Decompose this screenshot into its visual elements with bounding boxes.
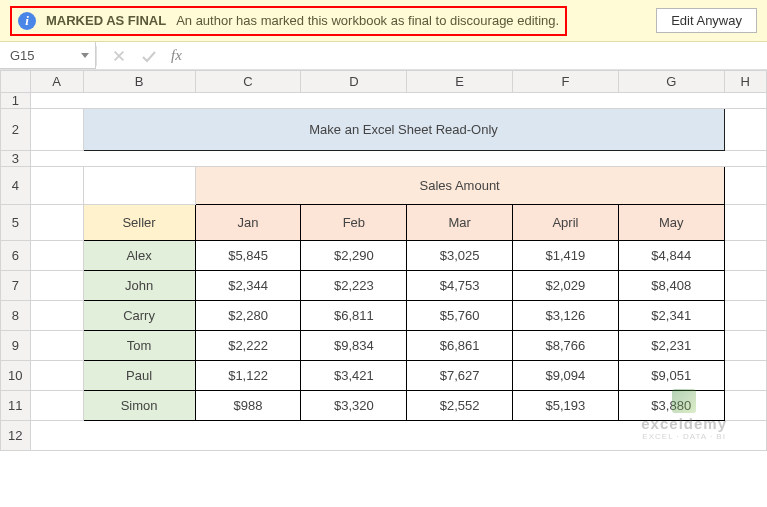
value-cell[interactable]: $4,844 [618, 241, 724, 271]
cell[interactable] [724, 361, 766, 391]
cell[interactable] [30, 167, 83, 205]
value-cell[interactable]: $1,419 [513, 241, 619, 271]
value-cell[interactable]: $3,025 [407, 241, 513, 271]
value-cell[interactable]: $9,094 [513, 361, 619, 391]
cancel-icon [111, 48, 127, 64]
value-cell[interactable]: $3,421 [301, 361, 407, 391]
value-cell[interactable]: $9,051 [618, 361, 724, 391]
cell[interactable] [724, 301, 766, 331]
table-row: 7 John $2,344 $2,223 $4,753 $2,029 $8,40… [1, 271, 767, 301]
seller-cell[interactable]: Simon [83, 391, 195, 421]
month-header[interactable]: Jan [195, 205, 301, 241]
value-cell[interactable]: $2,223 [301, 271, 407, 301]
spreadsheet-grid[interactable]: A B C D E F G H 1 2 Make an Excel Sheet … [0, 70, 767, 451]
col-header[interactable]: B [83, 71, 195, 93]
sales-amount-header[interactable]: Sales Amount [195, 167, 724, 205]
value-cell[interactable]: $2,552 [407, 391, 513, 421]
value-cell[interactable]: $2,280 [195, 301, 301, 331]
name-box[interactable]: G15 [0, 42, 96, 69]
row-header[interactable]: 9 [1, 331, 31, 361]
value-cell[interactable]: $5,845 [195, 241, 301, 271]
col-header[interactable]: H [724, 71, 766, 93]
cell[interactable] [724, 271, 766, 301]
seller-header[interactable]: Seller [83, 205, 195, 241]
value-cell[interactable]: $9,834 [301, 331, 407, 361]
value-cell[interactable]: $5,193 [513, 391, 619, 421]
month-header[interactable]: April [513, 205, 619, 241]
value-cell[interactable]: $7,627 [407, 361, 513, 391]
value-cell[interactable]: $2,029 [513, 271, 619, 301]
value-cell[interactable]: $3,320 [301, 391, 407, 421]
row-header[interactable]: 5 [1, 205, 31, 241]
row-header[interactable]: 4 [1, 167, 31, 205]
col-header[interactable]: D [301, 71, 407, 93]
value-cell[interactable]: $2,344 [195, 271, 301, 301]
watermark: exceldemy EXCEL · DATA · BI [641, 389, 727, 441]
info-icon: i [18, 12, 36, 30]
col-header[interactable]: A [30, 71, 83, 93]
value-cell[interactable]: $3,126 [513, 301, 619, 331]
fx-icon[interactable]: fx [171, 47, 182, 64]
row-header[interactable]: 11 [1, 391, 31, 421]
seller-cell[interactable]: Tom [83, 331, 195, 361]
chevron-down-icon [81, 53, 89, 58]
row-header[interactable]: 2 [1, 109, 31, 151]
watermark-tag: EXCEL · DATA · BI [641, 432, 727, 441]
sheet-title[interactable]: Make an Excel Sheet Read-Only [83, 109, 724, 151]
col-header[interactable]: E [407, 71, 513, 93]
cell[interactable] [83, 167, 195, 205]
month-header[interactable]: Mar [407, 205, 513, 241]
value-cell[interactable]: $2,222 [195, 331, 301, 361]
cell[interactable] [30, 271, 83, 301]
row-header[interactable]: 6 [1, 241, 31, 271]
row-header[interactable]: 8 [1, 301, 31, 331]
value-cell[interactable]: $5,760 [407, 301, 513, 331]
value-cell[interactable]: $4,753 [407, 271, 513, 301]
seller-cell[interactable]: John [83, 271, 195, 301]
cell[interactable] [724, 167, 766, 205]
value-cell[interactable]: $6,861 [407, 331, 513, 361]
col-header[interactable]: G [618, 71, 724, 93]
cell[interactable] [724, 109, 766, 151]
month-header[interactable]: May [618, 205, 724, 241]
col-header[interactable]: C [195, 71, 301, 93]
watermark-name: exceldemy [641, 415, 727, 432]
cell[interactable] [724, 205, 766, 241]
cell[interactable] [724, 331, 766, 361]
message-bar: i MARKED AS FINAL An author has marked t… [0, 0, 767, 42]
edit-anyway-button[interactable]: Edit Anyway [656, 8, 757, 33]
cell[interactable] [724, 391, 766, 421]
cell[interactable] [724, 241, 766, 271]
col-header[interactable]: F [513, 71, 619, 93]
value-cell[interactable]: $6,811 [301, 301, 407, 331]
seller-cell[interactable]: Carry [83, 301, 195, 331]
cell[interactable] [30, 205, 83, 241]
message-highlight-box: i MARKED AS FINAL An author has marked t… [10, 6, 567, 36]
seller-cell[interactable]: Paul [83, 361, 195, 391]
value-cell[interactable]: $1,122 [195, 361, 301, 391]
value-cell[interactable]: $988 [195, 391, 301, 421]
row-header[interactable]: 3 [1, 151, 31, 167]
row-header[interactable]: 1 [1, 93, 31, 109]
value-cell[interactable]: $8,408 [618, 271, 724, 301]
select-all-corner[interactable] [1, 71, 31, 93]
cell[interactable] [30, 301, 83, 331]
month-header[interactable]: Feb [301, 205, 407, 241]
message-title: MARKED AS FINAL [46, 13, 166, 28]
cell[interactable] [30, 331, 83, 361]
cell[interactable] [30, 93, 766, 109]
row-header[interactable]: 10 [1, 361, 31, 391]
value-cell[interactable]: $2,290 [301, 241, 407, 271]
value-cell[interactable]: $2,231 [618, 331, 724, 361]
value-cell[interactable]: $8,766 [513, 331, 619, 361]
value-cell[interactable]: $2,341 [618, 301, 724, 331]
cell[interactable] [30, 109, 83, 151]
table-row: 10 Paul $1,122 $3,421 $7,627 $9,094 $9,0… [1, 361, 767, 391]
cell[interactable] [30, 391, 83, 421]
row-header[interactable]: 12 [1, 421, 31, 451]
seller-cell[interactable]: Alex [83, 241, 195, 271]
cell[interactable] [30, 151, 766, 167]
row-header[interactable]: 7 [1, 271, 31, 301]
cell[interactable] [30, 241, 83, 271]
cell[interactable] [30, 361, 83, 391]
